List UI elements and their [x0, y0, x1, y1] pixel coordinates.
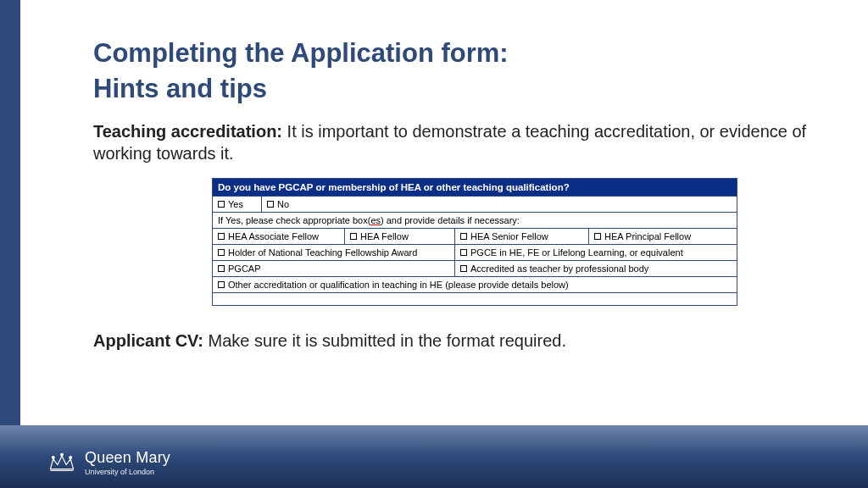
cell-fellow: HEA Fellow	[345, 229, 455, 244]
cell-pgce: PGCE in HE, FE or Lifelong Learning, or …	[455, 245, 737, 260]
footer-bar: Queen Mary University of London	[0, 425, 868, 488]
svg-point-1	[52, 457, 54, 459]
checkbox-icon[interactable]	[460, 233, 467, 240]
label-assoc: HEA Associate Fellow	[228, 231, 319, 241]
label-pgce: PGCE in HE, FE or Lifelong Learning, or …	[470, 247, 683, 258]
form-row-ifyes: If Yes, please check appropriate box(es)…	[213, 213, 737, 229]
brand-sub: University of London	[85, 468, 170, 476]
checkbox-icon[interactable]	[460, 265, 467, 272]
label-accred: Accredited as teacher by professional bo…	[470, 263, 648, 274]
label-no: No	[277, 199, 289, 209]
applicant-block: Applicant CV: Make sure it is submitted …	[93, 330, 817, 352]
cell-accred: Accredited as teacher by professional bo…	[455, 261, 737, 276]
cell-pgcap: PGCAP	[213, 261, 455, 276]
form-row-hea: HEA Associate Fellow HEA Fellow HEA Seni…	[213, 229, 737, 245]
cell-ntfa: Holder of National Teaching Fellowship A…	[213, 245, 455, 260]
cell-no: No	[262, 197, 737, 212]
label-other: Other accreditation or qualification in …	[228, 280, 569, 290]
label-ntfa: Holder of National Teaching Fellowship A…	[228, 247, 417, 258]
form-row-blank	[213, 293, 737, 305]
cell-principal: HEA Principal Fellow	[589, 229, 737, 244]
slide-heading: Completing the Application form: Hints a…	[93, 36, 817, 107]
label-yes: Yes	[228, 199, 243, 209]
checkbox-icon[interactable]	[460, 249, 467, 256]
brand-name: Queen Mary	[85, 449, 170, 467]
teaching-text: Teaching accreditation: It is important …	[93, 120, 817, 164]
ifyes-text: If Yes, please check appropriate box(es)…	[213, 213, 737, 228]
crown-icon	[47, 450, 76, 475]
checkbox-icon[interactable]	[218, 233, 225, 240]
brand-text: Queen Mary University of London	[85, 449, 170, 476]
left-accent-bar	[0, 0, 20, 488]
form-header: Do you have PGCAP or membership of HEA o…	[213, 179, 737, 197]
checkbox-icon[interactable]	[267, 201, 274, 208]
brand-logo: Queen Mary University of London	[47, 449, 170, 476]
applicant-desc: Make sure it is submitted in the format …	[203, 331, 566, 350]
form-row-yesno: Yes No	[213, 197, 737, 213]
label-principal: HEA Principal Fellow	[604, 231, 691, 241]
slide: Completing the Application form: Hints a…	[0, 0, 868, 488]
qualification-form: Do you have PGCAP or membership of HEA o…	[212, 178, 737, 306]
teaching-label: Teaching accreditation:	[93, 122, 282, 141]
label-pgcap: PGCAP	[228, 263, 261, 274]
form-row-other: Other accreditation or qualification in …	[213, 277, 737, 293]
cell-yes: Yes	[213, 197, 262, 212]
checkbox-icon[interactable]	[218, 249, 225, 256]
content-area: Completing the Application form: Hints a…	[93, 36, 817, 352]
checkbox-icon[interactable]	[218, 281, 225, 288]
checkbox-icon[interactable]	[350, 233, 357, 240]
applicant-label: Applicant CV:	[93, 331, 203, 350]
blank-cell	[213, 293, 737, 305]
cell-other: Other accreditation or qualification in …	[213, 277, 737, 292]
cell-assoc: HEA Associate Fellow	[213, 229, 345, 244]
svg-point-2	[61, 453, 64, 456]
cell-senior: HEA Senior Fellow	[455, 229, 589, 244]
label-fellow: HEA Fellow	[360, 231, 409, 241]
heading-line-1: Completing the Application form:	[93, 36, 817, 71]
heading-line-2: Hints and tips	[93, 71, 817, 107]
form-row-ntfa: Holder of National Teaching Fellowship A…	[213, 245, 737, 261]
teaching-block: Teaching accreditation: It is important …	[93, 120, 817, 306]
form-row-pgcap: PGCAP Accredited as teacher by professio…	[213, 261, 737, 277]
svg-point-3	[70, 457, 72, 459]
checkbox-icon[interactable]	[594, 233, 601, 240]
label-senior: HEA Senior Fellow	[470, 231, 548, 241]
checkbox-icon[interactable]	[218, 265, 225, 272]
applicant-text: Applicant CV: Make sure it is submitted …	[93, 330, 817, 352]
checkbox-icon[interactable]	[218, 201, 225, 208]
